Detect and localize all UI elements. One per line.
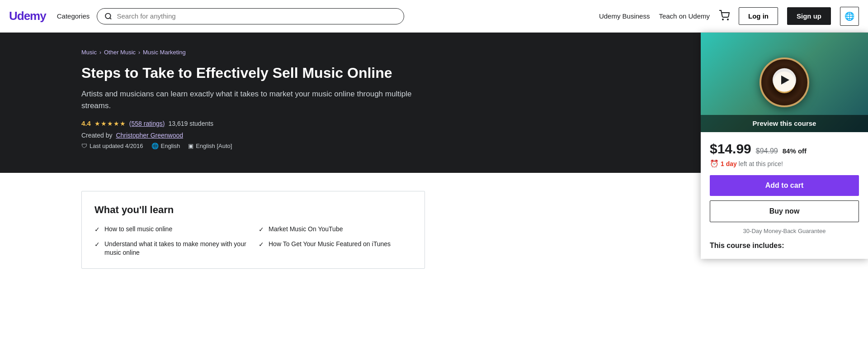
- language-button[interactable]: 🌐: [840, 7, 859, 26]
- guarantee-text: 30-Day Money-Back Guarantee: [710, 228, 859, 234]
- navbar-right: Udemy Business Teach on Udemy Log in Sig…: [599, 7, 859, 26]
- learn-item-1-text: How to sell music online: [104, 225, 172, 234]
- created-by-row: Created by Christopher Greenwood: [81, 132, 439, 139]
- buy-now-button[interactable]: Buy now: [710, 200, 859, 222]
- login-button[interactable]: Log in: [739, 7, 778, 25]
- language-meta: 🌐 English: [151, 143, 180, 149]
- students-count: 13,619 students: [168, 120, 213, 127]
- star-5-half: ★: [120, 120, 126, 127]
- preview-label: Preview this course: [753, 119, 816, 127]
- learn-title: What you'll learn: [94, 204, 412, 216]
- add-to-cart-button[interactable]: Add to cart: [710, 175, 859, 196]
- breadcrumb-other-music[interactable]: Other Music: [104, 49, 136, 56]
- price-row: $14.99 $94.99 84% off: [710, 141, 859, 157]
- categories-button[interactable]: Categories: [57, 12, 90, 20]
- udemy-business-link[interactable]: Udemy Business: [599, 12, 650, 20]
- teach-on-udemy-link[interactable]: Teach on Udemy: [659, 12, 710, 20]
- includes-title: This course includes:: [710, 242, 859, 250]
- course-title: Steps to Take to Effectively Sell Music …: [81, 64, 434, 82]
- update-icon: 🛡: [81, 143, 87, 149]
- search-input[interactable]: [117, 12, 396, 20]
- last-updated-text: Last updated 4/2016: [90, 143, 143, 149]
- globe-icon: 🌐: [151, 143, 159, 149]
- learn-item-2: ✓ Understand what it takes to make money…: [94, 240, 248, 257]
- play-triangle: [781, 76, 789, 85]
- svg-point-2: [722, 19, 723, 20]
- play-button[interactable]: [773, 68, 796, 92]
- learn-box: What you'll learn ✓ How to sell music on…: [81, 191, 425, 269]
- hero-section: Music › Other Music › Music Marketing St…: [0, 33, 868, 173]
- svg-line-1: [110, 18, 111, 19]
- last-updated: 🛡 Last updated 4/2016: [81, 143, 143, 149]
- meta-row: 🛡 Last updated 4/2016 🌐 English ▣ Englis…: [81, 143, 439, 149]
- check-icon-1: ✓: [94, 225, 100, 234]
- star-1: ★: [94, 120, 100, 127]
- check-icon-2: ✓: [94, 240, 100, 249]
- price-discount: 84% off: [783, 147, 807, 155]
- price-current: $14.99: [710, 141, 751, 157]
- course-subtitle: Artists and musicians can learn exactly …: [81, 88, 416, 111]
- instructor-link[interactable]: Christopher Greenwood: [116, 132, 183, 139]
- preview-overlay: Preview this course: [701, 115, 868, 132]
- svg-point-0: [105, 13, 110, 18]
- urgency-row: ⏰ 1 day left at this price!: [710, 159, 859, 168]
- hero-content: Music › Other Music › Music Marketing St…: [0, 33, 457, 173]
- star-2: ★: [101, 120, 107, 127]
- card-body: $14.99 $94.99 84% off ⏰ 1 day left at th…: [701, 132, 868, 259]
- price-original: $94.99: [756, 147, 778, 155]
- breadcrumb-sep-1: ›: [99, 49, 101, 56]
- breadcrumb-music-marketing[interactable]: Music Marketing: [143, 49, 186, 56]
- captions-text: English [Auto]: [196, 143, 232, 149]
- learn-grid: ✓ How to sell music online ✓ Market Musi…: [94, 225, 412, 257]
- rating-number: 4.4: [81, 119, 91, 127]
- ratings-link[interactable]: (558 ratings): [129, 120, 165, 127]
- alarm-icon: ⏰: [710, 159, 719, 168]
- star-3: ★: [107, 120, 113, 127]
- breadcrumb-music[interactable]: Music: [81, 49, 97, 56]
- learn-item-4-text: How To Get Your Music Featured on iTunes: [269, 240, 391, 249]
- signup-button[interactable]: Sign up: [787, 7, 831, 25]
- content-left: What you'll learn ✓ How to sell music on…: [81, 191, 425, 281]
- check-icon-3: ✓: [259, 225, 264, 234]
- cart-icon[interactable]: [719, 10, 730, 23]
- rating-row: 4.4 ★ ★ ★ ★ ★ (558 ratings) 13,619 stude…: [81, 119, 439, 127]
- created-prefix: Created by: [81, 132, 112, 139]
- captions-icon: ▣: [188, 143, 193, 149]
- udemy-logo[interactable]: Udemy: [9, 9, 46, 23]
- search-icon: [104, 12, 112, 20]
- urgency-suffix: left at this price!: [739, 160, 783, 167]
- learn-item-1: ✓ How to sell music online: [94, 225, 248, 234]
- learn-item-4: ✓ How To Get Your Music Featured on iTun…: [259, 240, 412, 257]
- star-4: ★: [113, 120, 119, 127]
- course-preview[interactable]: Preview this course: [701, 33, 868, 132]
- breadcrumb-sep-2: ›: [138, 49, 140, 56]
- learn-item-3: ✓ Market Music On YouTube: [259, 225, 412, 234]
- search-bar: [97, 8, 404, 24]
- svg-point-3: [727, 19, 728, 20]
- captions-meta: ▣ English [Auto]: [188, 143, 232, 149]
- urgency-days: 1 day: [721, 160, 737, 167]
- stars: ★ ★ ★ ★ ★: [94, 120, 126, 127]
- language-text: English: [161, 143, 180, 149]
- breadcrumb: Music › Other Music › Music Marketing: [81, 49, 439, 56]
- learn-item-3-text: Market Music On YouTube: [269, 225, 343, 234]
- navbar: Udemy Categories Udemy Business Teach on…: [0, 0, 868, 33]
- check-icon-4: ✓: [259, 240, 264, 249]
- course-card: Preview this course $14.99 $94.99 84% of…: [701, 33, 868, 259]
- learn-item-2-text: Understand what it takes to make money w…: [104, 240, 248, 257]
